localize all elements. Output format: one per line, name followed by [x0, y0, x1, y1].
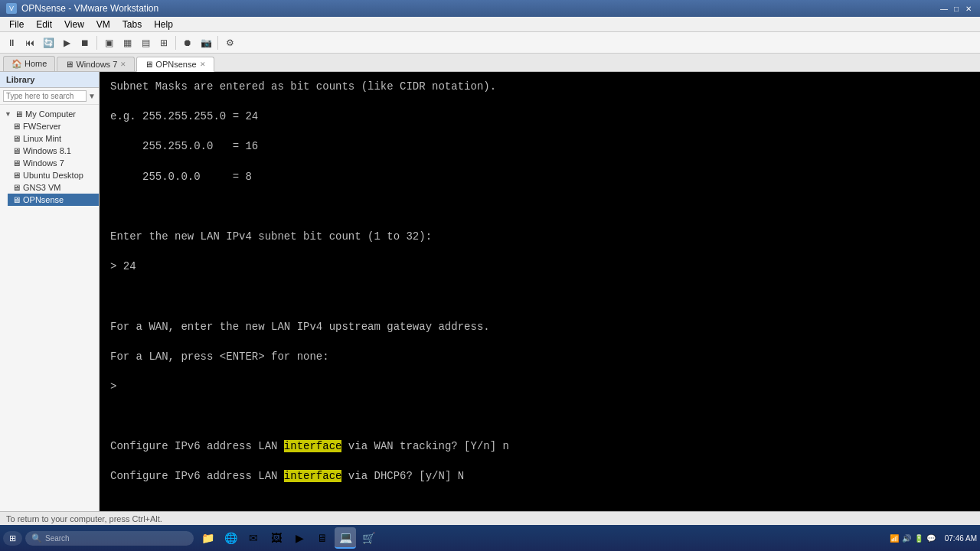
taskbar-app-photos[interactable]: 🖼 — [266, 527, 287, 549]
toolbar-btn3[interactable]: ▤ — [137, 34, 154, 51]
minimize-button[interactable]: — — [939, 3, 949, 14]
sidebar-item-ubuntu[interactable]: 🖥 Ubuntu Desktop — [8, 169, 99, 181]
vm-icon: 🖥 — [12, 146, 21, 155]
terminal-line-13: Configure IPv6 address LAN interface via… — [110, 469, 969, 484]
taskbar-app-store[interactable]: 🛒 — [358, 527, 379, 549]
toolbar-refresh[interactable]: 🔄 — [40, 34, 57, 51]
tab-home[interactable]: 🏠 Home — [3, 56, 55, 71]
terminal-line-9: For a LAN, press <ENTER> for none: — [110, 350, 969, 365]
terminal-line-1: e.g. 255.255.255.0 = 24 — [110, 109, 969, 125]
terminal-line-3: 255.0.0.0 = 8 — [110, 170, 969, 185]
terminal-line-12: Configure IPv6 address LAN interface via… — [110, 439, 969, 455]
title-bar-left: V OPNsense - VMware Workstation — [6, 3, 158, 14]
terminal-line-7 — [110, 289, 969, 305]
vmware-icon: V — [6, 3, 17, 14]
toolbar-btn1[interactable]: ▣ — [100, 34, 117, 51]
close-button[interactable]: ✕ — [963, 3, 974, 14]
toolbar-btn6[interactable]: 📷 — [198, 34, 214, 51]
toolbar-forward[interactable]: ▶ — [58, 34, 75, 51]
sidebar-item-mycomputer[interactable]: ▼ 🖥 My Computer — [0, 108, 99, 120]
search-icon: 🔍 — [31, 533, 42, 543]
vm-icon: 🖥 — [12, 171, 21, 180]
vm-icon: 🖥 — [12, 122, 21, 131]
toolbar-rewind[interactable]: ⏮ — [21, 34, 38, 51]
toolbar-btn5[interactable]: ⏺ — [179, 34, 196, 51]
sidebar-item-opnsense[interactable]: 🖥 OPNsense — [8, 194, 99, 206]
toolbar-sep1 — [96, 36, 97, 50]
taskbar-app-explorer[interactable]: 📁 — [197, 527, 218, 549]
sidebar-item-windows7[interactable]: 🖥 Windows 7 — [8, 157, 99, 169]
tab-windows7-label: 🖥 Windows 7 — [65, 60, 117, 69]
terminal-line-0: Subnet Masks are entered as bit counts (… — [110, 80, 969, 95]
toolbar-sep2 — [175, 36, 176, 50]
toolbar-pause[interactable]: ⏸ — [3, 34, 20, 51]
menu-view[interactable]: View — [58, 18, 90, 31]
sidebar-item-linuxmint-label: Linux Mint — [23, 134, 61, 143]
taskbar-app-vmware[interactable]: 🖥 — [312, 527, 333, 549]
taskbar-apps: 📁 🌐 ✉ 🖼 ▶ 🖥 💻 🛒 — [197, 527, 880, 549]
tab-opnsense-label: 🖥 OPNsense — [145, 60, 196, 69]
toolbar-stop[interactable]: ⏹ — [77, 34, 93, 51]
taskbar-app-mail[interactable]: ✉ — [243, 527, 264, 549]
taskbar-clock[interactable]: 07:46 AM — [945, 533, 977, 543]
tab-opnsense-close[interactable]: ✕ — [200, 60, 206, 68]
terminal: Subnet Masks are entered as bit counts (… — [100, 72, 980, 511]
menu-edit[interactable]: Edit — [30, 18, 58, 31]
sidebar-header: Library — [0, 72, 99, 88]
menu-bar: File Edit View VM Tabs Help — [0, 17, 980, 32]
vm-display[interactable]: Subnet Masks are entered as bit counts (… — [100, 72, 980, 511]
menu-tabs[interactable]: Tabs — [116, 18, 148, 31]
terminal-line-2: 255.255.0.0 = 16 — [110, 139, 969, 155]
taskbar-search-label: Search — [45, 534, 70, 543]
terminal-line-8: For a WAN, enter the new LAN IPv4 upstre… — [110, 320, 969, 335]
highlight-interface-2: interface — [284, 470, 342, 482]
taskbar-app-media[interactable]: ▶ — [289, 527, 310, 549]
toolbar-btn4[interactable]: ⊞ — [155, 34, 172, 51]
vmware-window: V OPNsense - VMware Workstation — □ ✕ Fi… — [0, 0, 980, 551]
terminal-line-14 — [110, 500, 969, 511]
tab-bar: 🏠 Home 🖥 Windows 7 ✕ 🖥 OPNsense ✕ — [0, 54, 980, 72]
maximize-button[interactable]: □ — [951, 3, 962, 14]
sidebar-search-arrow[interactable]: ▼ — [88, 92, 96, 100]
taskbar: ⊞ 🔍 Search 📁 🌐 ✉ 🖼 ▶ 🖥 💻 🛒 📶 🔊 🔋 💬 07:46… — [0, 525, 980, 551]
terminal-line-6: > 24 — [110, 259, 969, 275]
toolbar-btn2[interactable]: ▦ — [119, 34, 136, 51]
sidebar-search-input[interactable] — [3, 90, 87, 102]
systray-notification-icon[interactable]: 💬 — [926, 534, 936, 543]
terminal-line-5: Enter the new LAN IPv4 subnet bit count … — [110, 230, 969, 245]
terminal-line-10: > — [110, 380, 969, 395]
toolbar: ⏸ ⏮ 🔄 ▶ ⏹ ▣ ▦ ▤ ⊞ ⏺ 📷 ⚙ — [0, 32, 980, 54]
terminal-line-11 — [110, 409, 969, 425]
sidebar-item-gns3vm-label: GNS3 VM — [23, 183, 61, 192]
start-icon: ⊞ — [9, 533, 16, 543]
computer-icon: 🖥 — [15, 109, 23, 119]
sidebar-item-fwserver[interactable]: 🖥 FWServer — [8, 120, 99, 132]
sidebar-item-opnsense-label: OPNsense — [23, 195, 64, 204]
toolbar-settings[interactable]: ⚙ — [221, 34, 238, 51]
taskbar-app-edge[interactable]: 🌐 — [220, 527, 241, 549]
sidebar-search: ▼ — [0, 88, 99, 105]
taskbar-systray: 📶 🔊 🔋 💬 — [884, 534, 942, 543]
vm-icon-selected: 🖥 — [12, 195, 21, 204]
sidebar-item-gns3vm[interactable]: 🖥 GNS3 VM — [8, 181, 99, 194]
tab-windows7-close[interactable]: ✕ — [120, 60, 126, 68]
sidebar-item-windows81-label: Windows 8.1 — [23, 146, 71, 155]
expand-icon: ▼ — [5, 110, 12, 118]
taskbar-search[interactable]: 🔍 Search — [25, 531, 194, 546]
menu-file[interactable]: File — [3, 18, 30, 31]
tab-opnsense[interactable]: 🖥 OPNsense ✕ — [136, 57, 214, 72]
status-text: To return to your computer, press Ctrl+A… — [6, 514, 162, 523]
taskbar-app-terminal[interactable]: 💻 — [335, 527, 356, 549]
menu-vm[interactable]: VM — [90, 18, 116, 31]
menu-help[interactable]: Help — [148, 18, 179, 31]
tab-windows7[interactable]: 🖥 Windows 7 ✕ — [57, 57, 135, 71]
sidebar-item-linuxmint[interactable]: 🖥 Linux Mint — [8, 132, 99, 145]
start-button[interactable]: ⊞ — [3, 531, 22, 546]
systray-network-icon: 📶 — [890, 534, 899, 543]
window-title: OPNsense - VMware Workstation — [21, 3, 158, 14]
title-bar: V OPNsense - VMware Workstation — □ ✕ — [0, 0, 980, 17]
highlight-interface-1: interface — [284, 440, 342, 452]
sidebar-item-windows7-label: Windows 7 — [23, 158, 64, 168]
sidebar-item-windows81[interactable]: 🖥 Windows 8.1 — [8, 145, 99, 157]
vm-icon: 🖥 — [12, 183, 21, 192]
